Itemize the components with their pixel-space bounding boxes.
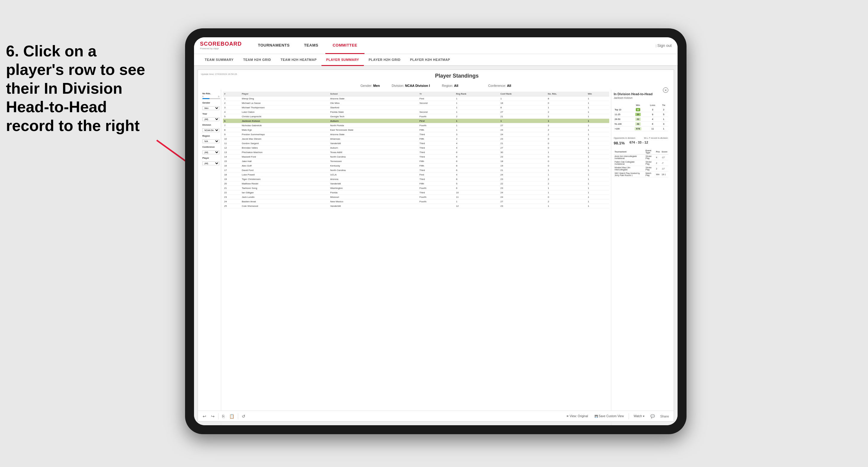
h2h-close-button[interactable]: ✕ [663,87,668,93]
table-row[interactable]: 12 Brendan Valles Auburn Third 4 27 0 1 [223,146,609,150]
save-custom-button[interactable]: 💾 Save Custom View [593,413,626,419]
h2h-title: In Division Head-to-Head [614,92,652,96]
center-standings-table: # Player School Yr Reg Rank Conf Rank No… [221,90,611,425]
share-button[interactable]: Share [659,413,670,419]
table-row[interactable]: 7 Nicholas Gabrelcik North Florida Fourt… [223,123,609,128]
opponents-pct: 98.1% [614,141,625,145]
table-row[interactable]: 21 Taehoon Song Washington Fourth 6 23 1… [223,186,609,190]
standings-table: # Player School Yr Reg Rank Conf Rank No… [223,92,609,208]
division-select[interactable]: NCAA Division I [203,128,219,132]
table-row[interactable]: 22 Ian Gilligan Florida Third 10 24 1 1 [223,190,609,195]
refresh-button[interactable]: ↺ [241,413,247,420]
table-row[interactable]: 8 Mats Ege East Tennessee State Fifth 1 … [223,128,609,132]
table-row[interactable]: 20 Matthew Riedel Vanderbilt Fifth 5 22 … [223,181,609,186]
nav-items: TOURNAMENTS TEAMS COMMITTEE [251,37,655,54]
top-nav: SCOREBOARD Powered by clippi TOURNAMENTS… [194,37,678,54]
view-original-button[interactable]: 👁 View: Original [564,413,590,419]
table-row[interactable]: 24 Bastien Amat New Mexico Fourth 1 27 2… [223,199,609,204]
tournament-scroll[interactable]: Tournament Event Type Pos Score Amer Am … [614,149,668,177]
region-select[interactable]: N/A [203,139,219,143]
h2h-col-win: Win [630,103,646,107]
subnav-player-h2h-grid[interactable]: PLAYER H2H GRID [364,54,405,66]
subnav-player-summary[interactable]: PLAYER SUMMARY [321,54,364,66]
division-filter-display: Division: NCAA Division I [392,84,430,87]
update-time: Update time: 27/03/2024 16:56:26 [201,73,237,75]
h2h-col-loss: Loss [646,103,659,107]
h2h-panel: In Division Head-to-Head Jackson Koivun … [611,90,671,425]
col-player: Player [241,92,329,96]
report-inner: Update time: 27/03/2024 16:56:26 Player … [197,69,674,422]
no-rds-filter: No Rds. 66 [203,92,219,99]
table-row[interactable]: 1 Wenyi Ding Arizona State First 1 1 8 1 [223,96,609,101]
sub-nav: TEAM SUMMARY TEAM H2H GRID TEAM H2H HEAT… [194,54,678,66]
gender-filter-group: Gender Men Women [203,101,219,110]
conference-select[interactable]: (All) [203,150,219,154]
tourn-col-pos: Pos [655,149,661,155]
col-school: School [329,92,418,96]
tourn-col-name: Tournament [614,149,645,155]
h2h-col-rank [614,103,630,107]
redo-button[interactable]: ↪ [210,413,216,420]
table-row[interactable]: 11 Gordon Sargent Vanderbilt Third 4 21 … [223,141,609,146]
subnav-team-h2h-grid[interactable]: TEAM H2H GRID [239,54,276,66]
tournament-row: Mirabel Maui Jim Intercollegiate Stroke … [614,166,668,172]
table-row[interactable]: 2 Michael La Sasse Ole Miss Second 1 18 … [223,101,609,105]
table-row[interactable]: 18 Luke Powell UCLA First 4 24 1 1 [223,173,609,177]
logo-scoreboard: SCOREBOARD [200,41,242,46]
tourn-col-type: Event Type [645,149,655,155]
no-rds-slider[interactable] [203,98,220,99]
no-rds-label: No Rds. [203,92,219,95]
table-row[interactable]: 14 Maxwell Ford North Carolina Third 6 2… [223,155,609,159]
table-row[interactable]: 17 David Ford North Carolina Third 6 21 … [223,168,609,173]
nav-teams[interactable]: TEAMS [297,37,326,54]
filter-row: Gender: Men Division: NCAA Division I Re… [201,84,671,87]
logo-area: SCOREBOARD Powered by clippi [200,41,242,50]
table-row[interactable]: 25 Cole Sherwood Vanderbilt 12 23 1 1 [223,204,609,208]
bottom-toolbar: ↩ ↪ ⎘ 📋 ↺ 👁 View: Original 💾 Save [198,411,674,421]
player-select[interactable]: (All) [203,161,219,165]
table-row[interactable]: 19 Tiger Christensen Arizona Third 8 23 … [223,177,609,181]
h2h-row: 11-25 20 9 5 [614,112,668,117]
table-row[interactable]: 6 Jackson Koivun Auburn First 1 1 1 1 [223,119,609,123]
player-filter-group: Player (All) [203,157,219,165]
table-row[interactable]: 15 Jake Hall Tennessee Fifth 6 18 0 1 [223,159,609,163]
left-filters: No Rds. 66 Gende [201,90,221,425]
tournament-table: Tournament Event Type Pos Score Amer Am … [614,149,668,177]
logo-powered: Powered by clippi [200,47,242,50]
h2h-row: 26-50 22 4 1 [614,117,668,122]
content-area: Update time: 27/03/2024 16:56:26 Player … [194,66,678,425]
table-row[interactable]: 16 Alex Goff Kentucky Fifth 8 19 0 1 [223,163,609,168]
table-row[interactable]: 13 Phichaksn Maichon Texas A&M Third 6 3… [223,150,609,155]
report-layout: No Rds. 66 Gende [201,90,671,425]
undo-button[interactable]: ↩ [202,413,208,420]
tournament-row: SEC Match Play Hosted by Jerry Pate Roun… [614,172,668,177]
h2h-player-name: Jackson Koivun [614,96,652,99]
subnav-player-h2h-heatmap[interactable]: PLAYER H2H HEATMAP [405,54,455,66]
table-row[interactable]: 10 Jacob Mac Diesen Arkansas Fifth 2 23 … [223,137,609,141]
watch-button[interactable]: Watch ▾ [632,413,646,419]
sign-out-button[interactable]: | Sign out [655,43,672,48]
subnav-team-summary[interactable]: TEAM SUMMARY [200,54,239,66]
toolbar-right: 👁 View: Original 💾 Save Custom View Watc… [564,413,670,419]
h2h-row: Top 10 8 3 2 [614,107,668,112]
table-row[interactable]: 23 Jack Lundin Missouri Fourth 11 24 0 1 [223,195,609,199]
instruction-text: 6. Click on a player's row to see their … [6,42,179,135]
region-filter-display: Region: All [442,84,458,87]
paste-button[interactable]: 📋 [228,413,236,420]
nav-tournaments[interactable]: TOURNAMENTS [251,37,297,54]
table-row[interactable]: 5 Christo Lamprecht Georgia Tech Fourth … [223,114,609,119]
table-row[interactable]: 4 Luke Claton Florida State Second 1 27 … [223,110,609,114]
table-row[interactable]: 3 Michael Thorbjornsen Stanford 1 8 1 1 [223,105,609,110]
gender-select[interactable]: Men Women [203,106,219,110]
year-filter-group: Year (All) [203,113,219,121]
table-row[interactable]: 9 Preston Summerhays Arizona State Third… [223,132,609,137]
copy-button[interactable]: ⎘ [221,413,226,420]
comment-button[interactable]: 💬 [649,413,656,419]
col-num: # [223,92,241,96]
tourn-col-score: Score [661,149,668,155]
subnav-team-h2h-heatmap[interactable]: TEAM H2H HEATMAP [276,54,321,66]
nav-committee[interactable]: COMMITTEE [326,37,365,54]
h2h-row: 51-100 46 6 3 [614,122,668,127]
tablet-frame: SCOREBOARD Powered by clippi TOURNAMENTS… [185,28,686,434]
year-select[interactable]: (All) [203,117,219,121]
